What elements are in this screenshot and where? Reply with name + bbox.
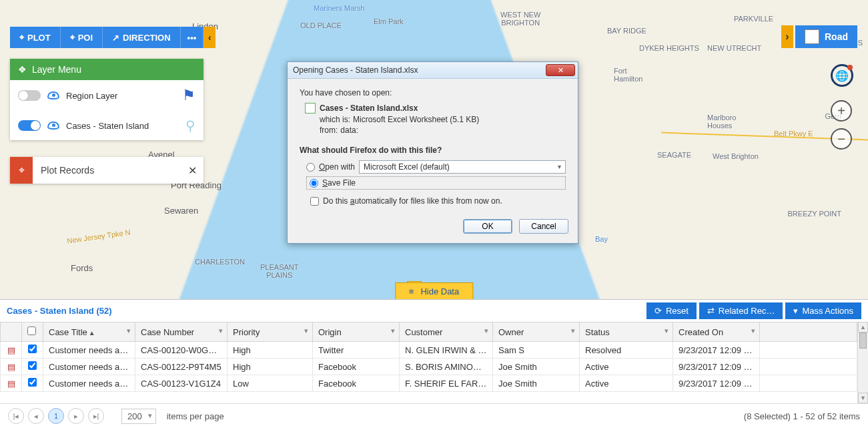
dialog-filename: Cases - Staten Island.xlsx	[320, 103, 418, 113]
map-toolbar: ⌖PLOT ⌖POI ↗DIRECTION ••• ‹	[10, 27, 215, 48]
cell-customer: N. GLEN IRWIN & …	[400, 342, 493, 359]
filter-icon[interactable]: ▾	[304, 327, 308, 335]
direction-button[interactable]: ↗DIRECTION	[103, 27, 181, 48]
page-size-select[interactable]: 200	[121, 409, 156, 424]
auto-label: Do this automatically for files like thi…	[323, 196, 502, 206]
collapse-toolbar-button[interactable]: ‹	[203, 27, 215, 48]
save-file-option[interactable]: Save File	[306, 176, 566, 190]
auto-option[interactable]: Do this automatically for files like thi…	[310, 196, 566, 206]
layer-menu-panel: ❖ Layer Menu Region Layer ⚑ Cases - Stat…	[10, 59, 203, 140]
grid-summary: (8 Selected) 1 - 52 of 52 items	[744, 411, 860, 421]
pager-first[interactable]: |◂	[8, 408, 24, 424]
row-action-icon[interactable]: ▤	[7, 379, 15, 389]
cell-owner: Joe Smith	[493, 359, 580, 375]
cell-spacer	[760, 375, 857, 392]
layer-label: Cases - Staten Island	[66, 121, 179, 131]
refresh-icon: ⟳	[655, 306, 662, 316]
cell-created: 9/23/2017 12:09 PM	[673, 342, 760, 359]
grid-title[interactable]: Cases - Staten Island (52)	[7, 306, 112, 316]
col-priority[interactable]: Priority▾	[228, 323, 313, 342]
pager-page-current[interactable]: 1	[48, 408, 64, 424]
col-customer[interactable]: Customer▾	[400, 323, 493, 342]
cell-customer: S. BORIS AMINOV …	[400, 359, 493, 375]
col-label: Customer	[405, 327, 442, 337]
col-case-title[interactable]: Case Title▲▾	[43, 323, 135, 342]
cell-title: Customer needs a…	[43, 375, 135, 392]
visibility-icon[interactable]	[47, 91, 59, 99]
filter-icon[interactable]: ▾	[484, 327, 488, 335]
grid-scrollbar[interactable]: ▲ ▼	[857, 322, 868, 403]
hide-data-label: Hide Data	[420, 286, 459, 296]
ok-button[interactable]: OK	[463, 219, 512, 234]
pager-prev[interactable]: ◂	[28, 408, 44, 424]
filter-icon[interactable]: ▾	[219, 327, 223, 335]
pager: |◂ ◂ 1 ▸ ▸| 200 items per page	[8, 408, 224, 424]
expand-basemap-button[interactable]: ›	[781, 25, 793, 48]
cancel-button[interactable]: Cancel	[519, 219, 568, 234]
road-icon	[805, 29, 819, 44]
related-records-button[interactable]: ⇄Related Rec…	[699, 302, 783, 319]
more-button[interactable]: •••	[181, 27, 204, 48]
table-header-row: Case Title▲▾ Case Number▾ Priority▾ Orig…	[1, 323, 857, 342]
cell-created: 9/23/2017 12:09 PM	[673, 375, 760, 392]
col-created-on[interactable]: Created On▾	[673, 323, 760, 342]
scroll-down-button[interactable]: ▼	[858, 393, 868, 403]
dialog-close-button[interactable]: ✕	[546, 64, 575, 76]
row-action-icon[interactable]: ▤	[7, 362, 15, 372]
layer-toggle-cases[interactable]	[18, 120, 41, 131]
filter-icon[interactable]: ▾	[571, 327, 575, 335]
region-icon: ⚑	[182, 87, 195, 104]
scroll-up-button[interactable]: ▲	[858, 322, 868, 333]
col-origin[interactable]: Origin▾	[313, 323, 400, 342]
poi-label: POI	[78, 33, 93, 43]
visibility-icon[interactable]	[47, 122, 59, 130]
row-checkbox[interactable]	[28, 378, 37, 387]
col-owner[interactable]: Owner▾	[493, 323, 580, 342]
cell-origin: Facebook	[313, 375, 400, 392]
col-case-number[interactable]: Case Number▾	[135, 323, 228, 342]
dialog-titlebar[interactable]: Opening Cases - Staten Island.xlsx ✕	[288, 62, 578, 79]
checkbox-header[interactable]	[22, 323, 43, 342]
reset-button[interactable]: ⟳Reset	[646, 302, 697, 319]
cell-number: CAS-00122-P9T4M5	[135, 359, 228, 375]
save-file-radio[interactable]	[310, 179, 318, 188]
layer-toggle-region[interactable]	[18, 90, 41, 101]
open-with-option[interactable]: Open with Microsoft Excel (default)	[306, 160, 566, 174]
filter-icon[interactable]: ▾	[665, 327, 669, 335]
col-spacer	[760, 323, 857, 342]
zoom-out-button[interactable]: −	[831, 128, 852, 150]
items-per-page-label: items per page	[167, 411, 224, 421]
zoom-in-button[interactable]: +	[831, 100, 852, 122]
col-status[interactable]: Status▾	[580, 323, 673, 342]
filter-icon[interactable]: ▾	[391, 327, 395, 335]
hide-data-button[interactable]: ≡ Hide Data	[395, 282, 473, 300]
table-row[interactable]: ▤Customer needs a…CAS-00122-P9T4M5HighFa…	[1, 359, 857, 375]
row-checkbox[interactable]	[28, 361, 37, 370]
select-all-checkbox[interactable]	[27, 327, 36, 335]
cell-customer: F. SHERIF EL FAR …	[400, 375, 493, 392]
pager-next[interactable]: ▸	[68, 408, 84, 424]
filter-icon[interactable]: ▾	[127, 327, 131, 335]
row-action-icon[interactable]: ▤	[7, 345, 15, 355]
close-icon[interactable]: ✕	[181, 164, 203, 177]
table-row[interactable]: ▤Customer needs a…CAS-00120-W0G9K5HighTw…	[1, 342, 857, 359]
open-with-radio[interactable]	[306, 163, 315, 172]
related-label: Related Rec…	[719, 306, 775, 316]
scroll-thumb[interactable]	[859, 333, 867, 349]
pager-last[interactable]: ▸|	[88, 408, 104, 424]
row-checkbox[interactable]	[28, 345, 37, 353]
poi-button[interactable]: ⌖POI	[61, 27, 103, 48]
plot-records-icon: ⌖	[10, 157, 33, 184]
open-with-label: Open with	[319, 162, 355, 172]
road-basemap-button[interactable]: Road	[795, 25, 857, 48]
globe-icon: 🌐	[835, 69, 849, 82]
filter-icon[interactable]: ▾	[751, 327, 755, 335]
open-with-select[interactable]: Microsoft Excel (default)	[359, 160, 566, 174]
save-file-label: Save File	[322, 178, 356, 188]
table-row[interactable]: ▤Customer needs a…CAS-00123-V1G1Z4LowFac…	[1, 375, 857, 392]
plot-button[interactable]: ⌖PLOT	[10, 27, 61, 48]
mass-actions-button[interactable]: ▾Mass Actions	[785, 302, 861, 319]
plot-records-title: Plot Records	[33, 165, 181, 176]
auto-checkbox[interactable]	[310, 197, 319, 206]
compass-button[interactable]: 🌐	[831, 64, 853, 87]
